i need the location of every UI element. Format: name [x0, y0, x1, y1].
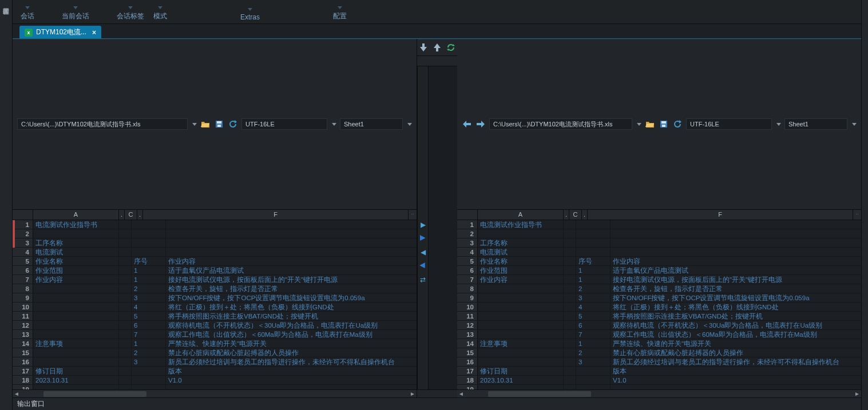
cell-F[interactable]	[166, 220, 417, 229]
row-number[interactable]: 1	[457, 220, 478, 229]
col-header-gap2[interactable]: .	[582, 210, 588, 220]
row-number[interactable]: 13	[13, 330, 33, 339]
right-encoding-select[interactable]: UTF-16LE	[686, 118, 772, 130]
cell-A[interactable]: 作业内容	[33, 275, 119, 284]
save-icon[interactable]	[214, 119, 224, 129]
cell-C[interactable]	[564, 257, 576, 265]
row-number[interactable]: 19	[457, 385, 478, 390]
cell-D[interactable]: 2	[132, 348, 166, 357]
menu-mode[interactable]: 模式	[149, 6, 172, 23]
refresh-icon[interactable]	[446, 42, 456, 53]
cell-D[interactable]	[576, 367, 611, 375]
row-number[interactable]: 16	[13, 357, 33, 366]
table-row[interactable]: 7作业内容1接好电流测试仪电源，按面板后面上的"开关"键打开电源	[457, 275, 861, 284]
cell-D[interactable]	[576, 376, 611, 384]
cell-A[interactable]	[478, 348, 564, 357]
close-icon[interactable]: ×	[90, 29, 96, 37]
row-number[interactable]: 7	[457, 275, 478, 284]
cell-D[interactable]	[576, 238, 611, 247]
cell-C[interactable]	[564, 330, 576, 339]
cell-F[interactable]	[611, 220, 861, 229]
row-number[interactable]: 16	[457, 357, 478, 366]
cell-F[interactable]: 观察工作电流（出值状态）＜60Ma即为合格品，电流表打在Ma级别	[166, 330, 417, 339]
cell-C[interactable]	[564, 321, 576, 329]
cell-F[interactable]: 将红（正极）接到＋处；将黑色（负极）线接到GND处	[166, 302, 417, 311]
cell-F[interactable]: 接好电流测试仪电源，按面板后面上的"开关"键打开电源	[611, 275, 861, 284]
save-icon[interactable]	[659, 119, 669, 129]
cell-A[interactable]	[33, 229, 119, 238]
cell-C[interactable]	[119, 257, 132, 265]
table-row[interactable]: 182023.10.31V1.0	[457, 376, 861, 385]
col-header-gap2[interactable]: .	[137, 210, 143, 220]
cell-A[interactable]: 电流测试作业指导书	[33, 220, 119, 229]
menu-session[interactable]: 会话	[16, 6, 39, 23]
row-number[interactable]: 9	[13, 293, 33, 302]
left-hscrollbar[interactable]: ◄ ►	[13, 389, 417, 397]
row-number[interactable]: 15	[457, 348, 478, 357]
cell-D[interactable]: 序号	[576, 257, 611, 265]
table-row[interactable]: 17修订日期版本	[13, 367, 417, 376]
row-number[interactable]: 14	[457, 339, 478, 348]
cell-C[interactable]	[564, 275, 576, 284]
cell-D[interactable]: 3	[132, 293, 166, 302]
cell-C[interactable]	[119, 229, 132, 238]
cell-F[interactable]	[166, 238, 417, 247]
right-sheet-select[interactable]: Sheet1	[784, 118, 847, 130]
cell-F[interactable]: 版本	[166, 367, 417, 375]
row-number[interactable]: 6	[13, 266, 33, 274]
scroll-left-icon[interactable]: ◄	[457, 391, 465, 397]
cell-D[interactable]	[132, 238, 166, 247]
cell-D[interactable]: 3	[576, 293, 611, 302]
col-header-A[interactable]: A	[478, 210, 564, 220]
table-row[interactable]: 104将红（正极）接到＋处；将黑色（负极）线接到GND处	[457, 302, 861, 312]
table-row[interactable]: 14注意事项1严禁连续、快速的开关"电源开关	[13, 339, 417, 348]
cell-F[interactable]: 新员工必须经过培训与老员工的指导进行操作，未经许可不得私自操作机台	[611, 357, 861, 366]
cell-F[interactable]: 作业内容	[166, 257, 417, 265]
cell-F[interactable]: 按下ON/OFF按键，按下OCP设置调节电流旋钮设置电流为0.059a	[611, 293, 861, 302]
row-number[interactable]: 3	[13, 238, 33, 247]
cell-C[interactable]	[564, 284, 576, 293]
cell-C[interactable]	[564, 220, 576, 229]
cell-F[interactable]: 检查各开关，旋钮，指示灯是否正常	[611, 284, 861, 293]
cell-A[interactable]	[478, 357, 564, 366]
col-header-F[interactable]: F	[588, 210, 853, 220]
table-row[interactable]: 1电流测试作业指导书	[457, 220, 861, 229]
cell-C[interactable]	[119, 284, 132, 293]
table-row[interactable]: 19	[13, 385, 417, 390]
cell-C[interactable]	[564, 348, 576, 357]
reload-icon[interactable]	[672, 119, 683, 129]
table-row[interactable]: 19	[457, 385, 861, 390]
row-number[interactable]: 3	[457, 238, 478, 247]
cell-F[interactable]	[166, 248, 417, 256]
cell-A[interactable]: 注意事项	[478, 339, 564, 348]
cell-D[interactable]: 4	[576, 302, 611, 311]
cell-F[interactable]: V1.0	[166, 376, 417, 384]
cell-F[interactable]: 适于血氧仪产品电流测试	[611, 266, 861, 274]
table-row[interactable]: 2	[457, 229, 861, 238]
col-header-C[interactable]: C	[569, 210, 582, 220]
cell-F[interactable]: 观察工作电流（出值状态）＜60Ma即为合格品，电流表打在Ma级别	[611, 330, 861, 339]
col-header-gap[interactable]: .	[564, 210, 569, 220]
reload-icon[interactable]	[228, 119, 238, 129]
cell-F[interactable]: 禁止有心脏病或配戴心脏起搏器的人员操作	[611, 348, 861, 357]
chevron-down-icon[interactable]	[407, 123, 412, 126]
cell-C[interactable]	[119, 330, 132, 339]
select-all-corner[interactable]	[457, 210, 478, 220]
table-row[interactable]: 17修订日期版本	[457, 367, 861, 376]
cell-F[interactable]: 观察待机电流（不开机状态）＜30Ua即为合格品，电流表打在Ua级别	[611, 321, 861, 329]
col-header-gap[interactable]: .	[119, 210, 125, 220]
cell-A[interactable]	[33, 357, 119, 366]
chevron-down-icon[interactable]	[332, 123, 336, 126]
file-tab[interactable]: x DTYM102电流... ×	[19, 26, 101, 38]
table-row[interactable]: 82检查各开关，旋钮，指示灯是否正常	[13, 284, 417, 293]
row-number[interactable]: 11	[457, 312, 478, 320]
table-row[interactable]: 93按下ON/OFF按键，按下OCP设置调节电流旋钮设置电流为0.059a	[13, 293, 417, 302]
cell-C[interactable]	[564, 266, 576, 274]
cell-C[interactable]	[564, 312, 576, 320]
folder-open-icon[interactable]	[645, 119, 655, 129]
cell-A[interactable]	[478, 284, 564, 293]
cell-F[interactable]: 将红（正极）接到＋处；将黑色（负极）线接到GND处	[611, 302, 861, 311]
copy-left-all-icon[interactable]: ⯇	[419, 262, 426, 270]
cell-F[interactable]: 版本	[611, 367, 861, 375]
cell-D[interactable]: 1	[576, 266, 611, 274]
